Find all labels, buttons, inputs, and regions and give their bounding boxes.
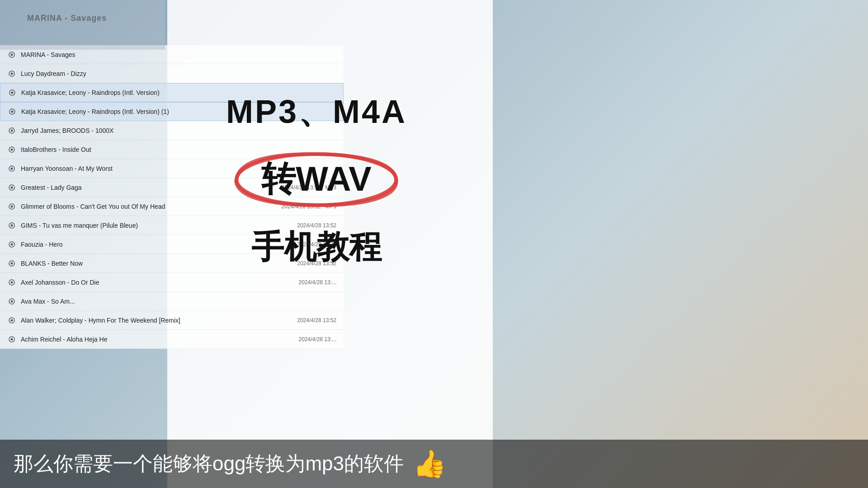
svg-point-19 (11, 224, 13, 226)
svg-point-29 (11, 319, 13, 321)
file-name: MARINA - Savages (21, 51, 336, 58)
file-icon (7, 145, 16, 154)
convert-wav-text: 转WAV (239, 147, 394, 212)
svg-point-15 (11, 186, 13, 188)
file-icon (7, 183, 16, 192)
top-dim-text: MARINA - Savages (27, 14, 107, 23)
file-item[interactable]: Lucy Daydream - Dizzy (0, 64, 344, 83)
file-name: Alan Walker; Coldplay - Hymn For The Wee… (21, 317, 288, 324)
overlay-title: MP3、M4A (226, 90, 407, 134)
file-icon (7, 164, 16, 173)
mobile-tutorial-text: 手机教程 (226, 225, 407, 269)
file-date: 2024/4/28 13:... (299, 279, 336, 286)
file-item[interactable]: Ava Max - So Am... (0, 292, 344, 311)
circle-container: 转WAV (239, 147, 394, 212)
subtitle-bar: 那么你需要一个能够将ogg转换为mp3的软件 👍 (0, 440, 868, 488)
file-name: Axel Johansson - Do Or Die (21, 279, 290, 286)
file-icon (7, 202, 16, 211)
file-icon (8, 88, 17, 97)
file-icon (7, 221, 16, 230)
top-dim-area: MARINA - Savages (0, 0, 165, 50)
svg-point-3 (11, 72, 13, 75)
subtitle-text: 那么你需要一个能够将ogg转换为mp3的软件 (14, 450, 404, 477)
file-icon (7, 240, 16, 249)
svg-point-27 (11, 300, 13, 302)
file-name: Ava Max - So Am... (21, 298, 336, 305)
svg-point-1 (11, 53, 13, 56)
file-name: Achim Reichel - Aloha Heja He (21, 336, 290, 343)
overlay-panel: MP3、M4A 转WAV 手机教程 (226, 90, 407, 269)
svg-point-23 (11, 262, 13, 264)
file-icon (8, 107, 17, 116)
file-date: 2024/4/28 13:52 (297, 317, 336, 324)
svg-point-17 (11, 205, 13, 207)
svg-point-9 (11, 129, 13, 131)
file-item[interactable]: Alan Walker; Coldplay - Hymn For The Wee… (0, 311, 344, 330)
file-name: Lucy Daydream - Dizzy (21, 70, 336, 77)
svg-point-31 (11, 338, 13, 340)
file-icon (7, 278, 16, 287)
file-item[interactable]: Achim Reichel - Aloha Heja He2024/4/28 1… (0, 330, 344, 349)
thumbs-up-icon: 👍 (413, 448, 447, 480)
svg-point-5 (11, 92, 14, 94)
file-icon (7, 126, 16, 135)
file-date: 2024/4/28 13:... (299, 336, 336, 343)
file-icon (7, 297, 16, 306)
svg-point-13 (11, 167, 13, 169)
file-icon (7, 50, 16, 59)
file-icon (7, 259, 16, 268)
file-icon (7, 335, 16, 344)
svg-point-7 (11, 111, 14, 113)
file-item[interactable]: Axel Johansson - Do Or Die2024/4/28 13:.… (0, 273, 344, 292)
svg-point-21 (11, 243, 13, 245)
file-icon (7, 316, 16, 325)
svg-point-11 (11, 148, 13, 150)
file-icon (7, 69, 16, 78)
svg-point-25 (11, 281, 13, 283)
